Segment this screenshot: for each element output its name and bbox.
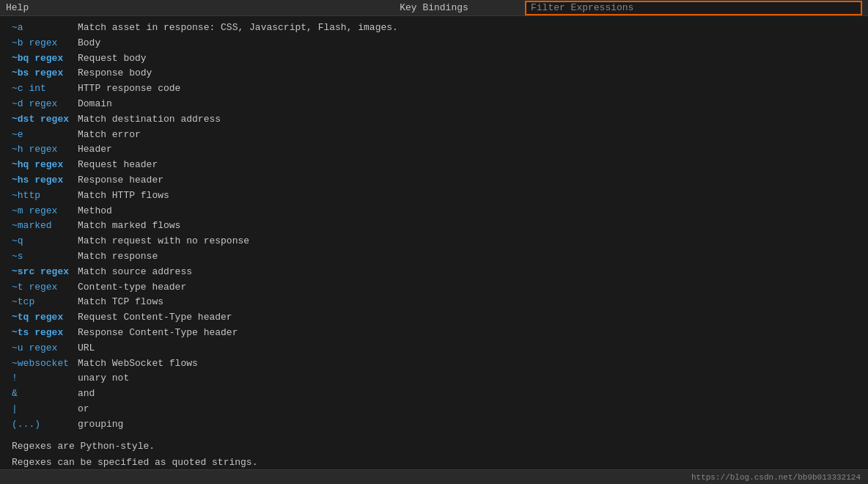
window-title: Key Bindings (400, 2, 468, 13)
filter-box-container (525, 1, 862, 15)
table-row: ~c intHTTP response code (12, 81, 856, 97)
table-row: ~u regexURL (12, 341, 856, 356)
key-label: ~bs regex (12, 66, 78, 81)
key-label: (...) (12, 417, 78, 433)
table-row: ~d regexDomain (12, 97, 856, 112)
table-row: ~dst regexMatch destination address (12, 112, 856, 128)
key-label: & (12, 386, 78, 402)
key-description: Match destination address (78, 112, 221, 128)
key-label: ~d regex (12, 97, 78, 112)
note-text: Regexes can be specified as quoted strin… (12, 455, 856, 469)
key-description: Match TCP flows (78, 295, 163, 310)
key-label: ~src regex (12, 265, 78, 280)
key-description: Request Content-Type header (78, 310, 232, 326)
key-description: Response Content-Type header (78, 326, 238, 341)
table-row: ~bq regexRequest body (12, 51, 856, 67)
table-row: ~hq regexRequest header (12, 158, 856, 173)
key-description: Request header (78, 158, 158, 173)
key-description: Match HTTP flows (78, 188, 169, 204)
key-label: ~h regex (12, 142, 78, 158)
key-label: ~c int (12, 81, 78, 97)
key-description: unary not (78, 371, 129, 386)
table-row: ~markedMatch marked flows (12, 219, 856, 234)
table-row: ~src regexMatch source address (12, 265, 856, 280)
key-description: Match error (78, 128, 141, 143)
key-label: ~bq regex (12, 51, 78, 67)
notes-list: Regexes are Python-style.Regexes can be … (12, 439, 856, 469)
key-label: ~marked (12, 219, 78, 234)
keybindings-list: ~aMatch asset in response: CSS, Javascri… (12, 21, 856, 433)
key-description: or (78, 402, 89, 417)
key-label: ~hq regex (12, 158, 78, 173)
key-label: ~tcp (12, 295, 78, 310)
key-label: ~e (12, 128, 78, 143)
table-row: ~ts regexResponse Content-Type header (12, 326, 856, 341)
key-description: Match WebSocket flows (78, 356, 198, 372)
table-row: ~sMatch response (12, 249, 856, 265)
key-description: HTTP response code (78, 81, 180, 97)
key-description: Match marked flows (78, 219, 180, 234)
key-description: Response header (78, 173, 163, 188)
key-description: Request body (78, 51, 147, 67)
key-label: ~dst regex (12, 112, 78, 128)
table-row: ~m regexMethod (12, 204, 856, 219)
key-label: ~u regex (12, 341, 78, 356)
key-description: Match source address (78, 265, 192, 280)
table-row: ~qMatch request with no response (12, 234, 856, 249)
table-row: ~h regexHeader (12, 142, 856, 158)
key-label: ~m regex (12, 204, 78, 219)
key-label: | (12, 402, 78, 417)
table-row: ~eMatch error (12, 128, 856, 143)
table-row: ~tq regexRequest Content-Type header (12, 310, 856, 326)
key-description: Method (78, 204, 112, 219)
key-description: Response body (78, 66, 152, 81)
table-row: ~hs regexResponse header (12, 173, 856, 188)
key-description: Match request with no response (78, 234, 249, 249)
main-content: ~aMatch asset in response: CSS, Javascri… (0, 16, 868, 469)
table-row: ~aMatch asset in response: CSS, Javascri… (12, 21, 856, 36)
key-description: URL (78, 341, 95, 356)
key-label: ~a (12, 21, 78, 36)
key-description: and (78, 386, 95, 402)
key-label: ! (12, 371, 78, 386)
key-description: Body (78, 36, 100, 51)
table-row: ~b regexBody (12, 36, 856, 51)
table-row: !unary not (12, 371, 856, 386)
key-label: ~tq regex (12, 310, 78, 326)
table-row: ~t regexContent-type header (12, 280, 856, 296)
key-label: ~q (12, 234, 78, 249)
key-label: ~http (12, 188, 78, 204)
table-row: ~websocketMatch WebSocket flows (12, 356, 856, 372)
note-text: Regexes are Python-style. (12, 439, 856, 455)
table-row: (...)grouping (12, 417, 856, 433)
key-description: Content-type header (78, 280, 186, 296)
table-row: ~tcpMatch TCP flows (12, 295, 856, 310)
filter-expressions-input[interactable] (525, 1, 862, 15)
table-row: ~httpMatch HTTP flows (12, 188, 856, 204)
help-menu[interactable]: Help (6, 2, 29, 13)
key-label: ~s (12, 249, 78, 265)
key-label: ~ts regex (12, 326, 78, 341)
table-row: |or (12, 402, 856, 417)
table-row: ~bs regexResponse body (12, 66, 856, 81)
key-description: Domain (78, 97, 112, 112)
key-description: Match asset in response: CSS, Javascript… (78, 21, 398, 36)
status-bar: https://blog.csdn.net/bb9b013332124 (0, 469, 868, 484)
key-description: grouping (78, 417, 123, 433)
key-label: ~t regex (12, 280, 78, 296)
top-bar: Help Key Bindings (0, 0, 868, 16)
key-description: Match response (78, 249, 158, 265)
status-url: https://blog.csdn.net/bb9b013332124 (691, 473, 861, 482)
key-description: Header (78, 142, 112, 158)
key-label: ~websocket (12, 356, 78, 372)
key-label: ~hs regex (12, 173, 78, 188)
key-label: ~b regex (12, 36, 78, 51)
table-row: &and (12, 386, 856, 402)
